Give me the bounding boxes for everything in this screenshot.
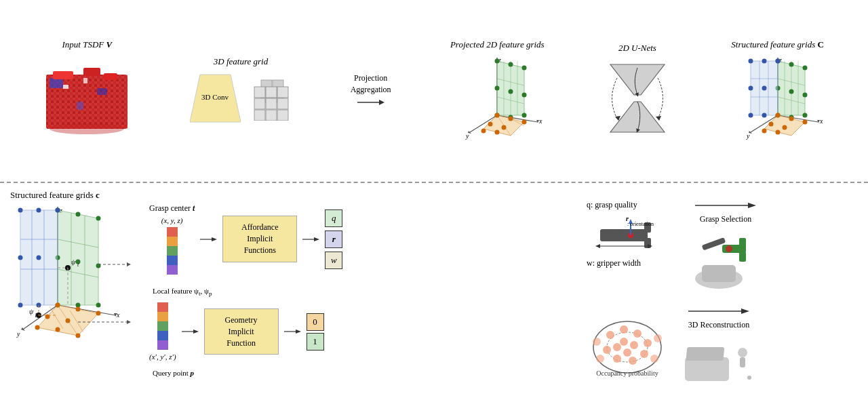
svg-point-236: [738, 348, 747, 357]
robot-grasp-svg: [682, 228, 770, 296]
unets-label: 2D U-Nets: [618, 43, 656, 54]
svg-rect-185: [157, 312, 168, 321]
aggregation-label: Aggregation: [351, 84, 391, 96]
svg-point-108: [789, 117, 793, 121]
svg-point-220: [629, 357, 637, 365]
svg-point-155: [96, 311, 101, 316]
svg-text:ψ: ψ: [71, 258, 76, 266]
svg-text:3D Conv: 3D Conv: [201, 93, 229, 101]
proj-arrow-svg: [357, 96, 384, 109]
svg-rect-6: [97, 88, 107, 95]
w-description: w: gripper width: [587, 258, 675, 268]
svg-point-157: [66, 319, 71, 323]
svg-point-10: [50, 123, 124, 134]
query-point-col: (x′, y′, z′): [149, 302, 176, 361]
svg-point-62: [502, 125, 507, 130]
svg-point-101: [775, 59, 780, 64]
tsdf-bold: V: [106, 39, 112, 49]
svg-rect-212: [702, 237, 726, 250]
middle-section: Grasp center t (x, y, z): [149, 190, 583, 377]
svg-point-224: [630, 341, 638, 349]
arrow-from-affordance: [302, 236, 319, 243]
svg-point-61: [488, 122, 493, 127]
svg-point-102: [748, 86, 753, 91]
svg-point-64: [495, 130, 500, 135]
tsdf-block: Input TSDF V: [43, 39, 131, 142]
svg-point-143: [37, 208, 41, 213]
svg-point-110: [768, 122, 773, 127]
svg-point-48: [522, 66, 527, 71]
svg-rect-22: [277, 87, 288, 98]
qrw-desc-row: q: grasp quality: [587, 200, 858, 296]
grasp-center-label: Grasp center t: [149, 203, 195, 214]
svg-point-136: [96, 303, 101, 308]
svg-point-222: [603, 346, 611, 354]
geometry-row: (x′, y′, z′) GeometryImplicitFunction: [149, 302, 583, 361]
svg-point-105: [762, 113, 766, 118]
svg-text:y: y: [746, 132, 750, 140]
svg-point-112: [762, 129, 766, 134]
svg-marker-181: [212, 237, 217, 241]
svg-rect-193: [600, 229, 648, 241]
svg-point-90: [802, 93, 807, 98]
q-output: q: [325, 209, 342, 227]
svg-point-142: [18, 208, 23, 213]
tsdf-visual: [43, 54, 131, 142]
svg-text:x: x: [116, 311, 120, 319]
svg-point-86: [789, 62, 793, 67]
bottom-left-block: Structured feature grids c z x y: [10, 190, 146, 376]
svg-point-229: [596, 355, 604, 363]
svg-point-215: [606, 331, 614, 339]
geometry-box: GeometryImplicitFunction: [204, 308, 279, 355]
svg-point-217: [633, 329, 642, 338]
svg-rect-175: [167, 227, 178, 237]
projection-arrow: Projection Aggregation: [351, 73, 391, 109]
grasp-arrow-svg: [695, 200, 756, 211]
svg-text:: orientation: : orientation: [627, 221, 654, 227]
svg-point-93: [802, 113, 807, 118]
reconstruction-arrow: [688, 306, 749, 317]
svg-point-216: [620, 325, 628, 334]
svg-point-218: [644, 339, 652, 347]
svg-marker-30: [379, 100, 384, 105]
svg-rect-5: [50, 78, 63, 88]
svg-point-211: [726, 245, 732, 252]
svg-point-109: [802, 120, 807, 125]
svg-point-219: [640, 350, 648, 358]
svg-rect-178: [167, 256, 178, 265]
svg-rect-187: [157, 331, 168, 340]
svg-rect-9: [83, 78, 87, 83]
xyz-coords-p: (x′, y′, z′): [149, 353, 176, 361]
projected-grids-block: Projected 2D feature grids z x y: [450, 39, 545, 142]
svg-point-100: [762, 59, 766, 64]
unets-block: 2D U-Nets: [604, 43, 671, 139]
bottom-struct-grids-svg: z x y: [10, 203, 139, 373]
structured-grids-right-label: Structured feature grids C: [731, 39, 824, 50]
top-section: Input TSDF V: [0, 0, 868, 183]
svg-rect-28: [277, 110, 288, 121]
svg-point-54: [522, 113, 527, 118]
svg-point-107: [775, 113, 780, 118]
svg-rect-25: [277, 98, 288, 109]
svg-text:y: y: [465, 132, 469, 140]
svg-point-51: [522, 93, 527, 98]
svg-point-223: [620, 338, 628, 346]
svg-rect-11: [53, 71, 73, 79]
arrow-from-geometry: [284, 328, 301, 335]
svg-point-146: [37, 256, 41, 260]
svg-point-230: [650, 355, 658, 363]
svg-text:Occupancy probability: Occupancy probability: [596, 369, 658, 377]
output-boxes: q r w: [325, 209, 342, 269]
r-output: r: [325, 231, 342, 248]
recon-arrow-svg: [688, 306, 749, 317]
svg-rect-210: [739, 252, 746, 262]
feature-vector-top: (x, y, z): [161, 216, 183, 224]
conv-label: 3D feature grid: [214, 56, 268, 67]
svg-point-144: [56, 208, 60, 213]
geom-1-box: 1: [307, 333, 324, 351]
conv-block: 3D feature grid 3D Conv: [190, 56, 292, 125]
svg-marker-65: [610, 64, 665, 95]
svg-rect-237: [740, 357, 745, 367]
svg-rect-26: [254, 110, 265, 121]
svg-point-154: [76, 307, 81, 312]
